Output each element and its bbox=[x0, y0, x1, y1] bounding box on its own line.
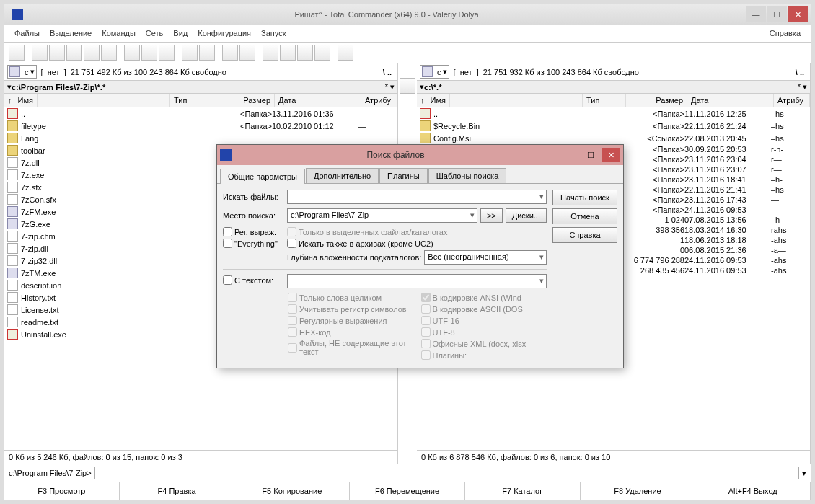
ftp-icon[interactable] bbox=[222, 45, 238, 61]
file-icon bbox=[7, 108, 18, 119]
menu-config[interactable]: Конфигурация bbox=[193, 27, 255, 39]
drive-combo-right[interactable]: c▾ bbox=[420, 65, 449, 79]
file-row[interactable]: ..<Папка>11.11.2016 12:25–hs bbox=[417, 107, 810, 120]
compare-icon[interactable] bbox=[400, 78, 415, 94]
toolbar bbox=[4, 43, 811, 63]
file-icon bbox=[420, 120, 431, 131]
help-button[interactable]: Справка bbox=[552, 227, 617, 243]
drive-combo-left[interactable]: c▾ bbox=[7, 65, 37, 79]
maximize-button[interactable]: ☐ bbox=[767, 6, 787, 22]
goto-button[interactable]: >> bbox=[480, 208, 503, 223]
file-icon bbox=[7, 206, 18, 217]
file-icon bbox=[7, 218, 18, 229]
file-row[interactable]: $Recycle.Bin<Папка>22.11.2016 21:24–hs bbox=[417, 120, 810, 132]
file-icon bbox=[7, 280, 18, 291]
fkey-button[interactable]: F4 Правка bbox=[120, 482, 235, 500]
close-button[interactable]: ✕ bbox=[788, 6, 808, 22]
refresh-icon[interactable] bbox=[9, 45, 25, 61]
tab-plugins[interactable]: Плагины bbox=[379, 168, 428, 183]
dialog-maximize-button[interactable]: ☐ bbox=[581, 148, 600, 162]
forward-icon[interactable] bbox=[159, 45, 175, 61]
url-icon[interactable] bbox=[239, 45, 255, 61]
selected-only-checkbox bbox=[287, 227, 296, 236]
fkey-button[interactable]: Alt+F4 Выход bbox=[695, 482, 811, 500]
file-icon bbox=[7, 317, 18, 327]
multirename-icon[interactable] bbox=[280, 45, 296, 61]
search-for-combo[interactable] bbox=[287, 190, 547, 204]
file-icon bbox=[7, 243, 18, 254]
drive-icon bbox=[422, 66, 433, 77]
file-icon bbox=[7, 145, 18, 156]
tree-view-icon[interactable] bbox=[84, 45, 100, 61]
current-path-right[interactable]: c:\*.* bbox=[424, 83, 798, 92]
swap-icon[interactable] bbox=[101, 45, 117, 61]
current-path-left[interactable]: c:\Program Files\7-Zip\*.* bbox=[12, 83, 385, 92]
fkey-button[interactable]: F6 Перемещение bbox=[350, 482, 465, 500]
file-icon bbox=[7, 120, 18, 131]
menu-selection[interactable]: Выделение bbox=[45, 27, 96, 39]
column-header-left[interactable]: ↑ Имя Тип Размер Дата Атрибу bbox=[4, 94, 397, 107]
start-search-button[interactable]: Начать поиск bbox=[552, 190, 617, 205]
cmdline-input[interactable] bbox=[94, 467, 799, 479]
menu-net[interactable]: Сеть bbox=[141, 27, 167, 39]
function-keys: F3 ПросмотрF4 ПравкаF5 КопированиеF6 Пер… bbox=[4, 482, 811, 500]
minimize-button[interactable]: — bbox=[746, 6, 766, 22]
text-option-checkbox bbox=[288, 327, 297, 337]
dialog-minimize-button[interactable]: — bbox=[561, 148, 580, 162]
tab-templates[interactable]: Шаблоны поиска bbox=[428, 168, 507, 183]
fkey-button[interactable]: F5 Копирование bbox=[234, 482, 350, 500]
unpack-icon[interactable] bbox=[199, 45, 215, 61]
back-icon[interactable] bbox=[141, 45, 157, 61]
everything-checkbox[interactable] bbox=[223, 239, 232, 248]
depth-combo[interactable]: Все (неограниченная) bbox=[424, 250, 547, 265]
file-row[interactable]: Lang bbox=[4, 132, 397, 144]
menu-files[interactable]: Файлы bbox=[10, 27, 44, 39]
sync-icon[interactable] bbox=[297, 45, 313, 61]
dialog-close-button[interactable]: ✕ bbox=[602, 148, 620, 162]
file-row[interactable]: ..<Папка>13.11.2016 01:36— bbox=[4, 107, 397, 120]
full-view-icon[interactable] bbox=[49, 45, 65, 61]
text-option-checkbox bbox=[421, 304, 431, 314]
cancel-button[interactable]: Отмена bbox=[552, 208, 617, 224]
drives-button[interactable]: Диски... bbox=[506, 208, 547, 223]
menu-help[interactable]: Справка bbox=[765, 27, 805, 39]
thumb-view-icon[interactable] bbox=[66, 45, 82, 61]
path-nav-right[interactable]: \ .. bbox=[793, 68, 807, 76]
column-header-right[interactable]: ↑ Имя Тип Размер Дата Атрибу bbox=[417, 94, 810, 107]
regex-checkbox[interactable] bbox=[223, 227, 232, 236]
text-option-checkbox bbox=[421, 316, 431, 325]
with-text-checkbox[interactable] bbox=[223, 275, 232, 285]
fkey-button[interactable]: F7 Каталог bbox=[465, 482, 581, 500]
drive-label-left: [_нет_] bbox=[41, 68, 66, 76]
file-icon bbox=[7, 255, 18, 266]
menu-view[interactable]: Вид bbox=[169, 27, 192, 39]
invert-icon[interactable] bbox=[124, 45, 140, 61]
text-option-checkbox bbox=[421, 339, 431, 348]
menu-commands[interactable]: Команды bbox=[97, 27, 140, 39]
fkey-button[interactable]: F8 Удаление bbox=[581, 482, 696, 500]
search-for-label: Искать файлы: bbox=[223, 193, 284, 201]
copy-names-icon[interactable] bbox=[314, 45, 330, 61]
text-option-checkbox bbox=[421, 350, 431, 360]
dialog-title: Поиск файлов bbox=[232, 150, 560, 160]
search-icon[interactable] bbox=[263, 45, 278, 61]
file-row[interactable]: filetype<Папка>10.02.2010 01:12— bbox=[4, 120, 397, 132]
file-icon bbox=[7, 133, 18, 143]
with-text-combo[interactable] bbox=[287, 274, 547, 288]
text-option-checkbox bbox=[288, 316, 297, 325]
archives-checkbox[interactable] bbox=[287, 239, 296, 248]
path-nav-left[interactable]: \ .. bbox=[380, 68, 395, 76]
text-option-checkbox bbox=[288, 343, 297, 353]
tab-general[interactable]: Общие параметры bbox=[220, 169, 305, 184]
tab-advanced[interactable]: Дополнительно bbox=[306, 168, 379, 183]
search-in-combo[interactable]: c:\Program Files\7-Zip bbox=[287, 208, 477, 223]
file-icon bbox=[7, 268, 18, 278]
dialog-icon bbox=[220, 149, 232, 161]
brief-view-icon[interactable] bbox=[32, 45, 48, 61]
file-icon bbox=[7, 157, 18, 168]
pack-icon[interactable] bbox=[182, 45, 198, 61]
notepad-icon[interactable] bbox=[338, 45, 353, 61]
menu-start[interactable]: Запуск bbox=[257, 27, 290, 39]
fkey-button[interactable]: F3 Просмотр bbox=[4, 482, 120, 500]
file-row[interactable]: Config.Msi<Ссылка>22.08.2013 20:45–hs bbox=[417, 132, 810, 144]
